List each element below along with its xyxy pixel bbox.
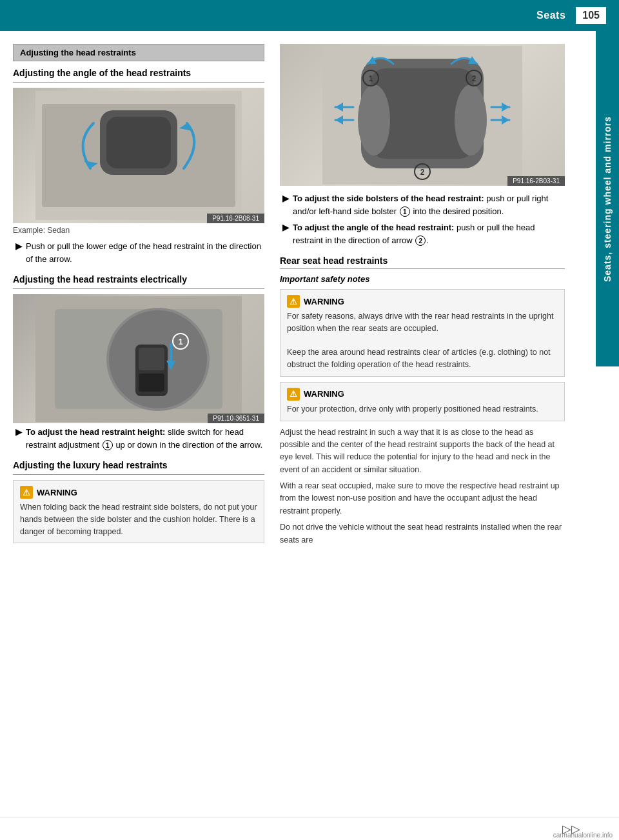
right-bullet2: ▶ To adjust the angle of the head restra… xyxy=(282,221,565,246)
svg-text:2: 2 xyxy=(472,74,477,83)
rear-seat-rule xyxy=(280,268,565,269)
right-warning2-box: ⚠ WARNING For your protection, drive onl… xyxy=(280,382,565,421)
right-bullet2-bold: To adjust the angle of the head restrain… xyxy=(293,223,454,232)
right-bullet2-text: To adjust the angle of the head restrain… xyxy=(293,221,565,246)
subsection1-rule xyxy=(13,82,264,83)
headrest-electric-image: 1 P91.10-3651-31 xyxy=(13,294,264,423)
headrest-angle-image: P91.16-2B08-31 xyxy=(13,88,264,223)
safety-notes-title: Important safety notes xyxy=(280,274,565,284)
svg-text:1: 1 xyxy=(369,74,373,83)
subsection2-bullet1: ▶ To adjust the head restraint height: s… xyxy=(15,426,264,451)
right-column: 1 2 2 P91.16-2B03- xyxy=(280,44,565,550)
left-warning-header: ⚠ WARNING xyxy=(20,486,257,499)
subsection2-title: Adjusting the head restraints electrical… xyxy=(13,274,264,285)
right-warning1-icon: ⚠ xyxy=(287,295,300,308)
svg-point-20 xyxy=(455,85,487,155)
right-bullet1-arrow-icon: ▶ xyxy=(282,192,289,217)
footer-bar: ▷▷ xyxy=(0,817,619,840)
left-warning-label: WARNING xyxy=(37,488,77,497)
bullet-arrow2-icon: ▶ xyxy=(15,426,22,451)
main-content: Adjusting the head restraints Adjusting … xyxy=(0,31,596,563)
image1-caption: Example: Sedan xyxy=(13,226,264,235)
svg-rect-11 xyxy=(139,348,164,370)
sidebar-tab: Seats, steering wheel and mirrors xyxy=(596,31,619,366)
subsection2-bullet1-text: To adjust the head restraint height: sli… xyxy=(26,426,264,451)
right-warning1-header: ⚠ WARNING xyxy=(287,295,558,308)
body-text1: Adjust the head restraint in such a way … xyxy=(280,426,565,477)
subsection1-bullet1: ▶ Push or pull the lower edge of the hea… xyxy=(15,240,264,265)
image1-ref: P91.16-2B08-31 xyxy=(207,214,264,223)
right-warning1-box: ⚠ WARNING For safety reasons, always dri… xyxy=(280,289,565,377)
image2-ref: P91.10-3651-31 xyxy=(208,414,264,423)
right-bullet1-bold: To adjust the side bolsters of the head … xyxy=(293,194,484,203)
circle-1: 1 xyxy=(103,440,113,450)
sidebar-tab-label: Seats, steering wheel and mirrors xyxy=(602,115,613,281)
circle-2-right: 2 xyxy=(415,235,426,246)
svg-point-19 xyxy=(358,85,390,155)
left-column: Adjusting the head restraints Adjusting … xyxy=(13,44,264,550)
right-warning1-text: For safety reasons, always drive with th… xyxy=(287,310,558,371)
header-page-number: 105 xyxy=(576,7,606,24)
watermark: carmanualonline.info xyxy=(553,832,613,839)
subsection1-title: Adjusting the angle of the head restrain… xyxy=(13,68,264,78)
right-warning2-label: WARNING xyxy=(304,389,344,399)
svg-rect-12 xyxy=(139,374,164,392)
main-section-header: Adjusting the head restraints xyxy=(13,44,264,61)
body-text2: With a rear seat occupied, make sure to … xyxy=(280,480,565,517)
right-bullet2-arrow-icon: ▶ xyxy=(282,221,289,246)
luxury-headrest-image: 1 2 2 P91.16-2B03- xyxy=(280,44,565,186)
subsection2-bullet1-bold: To adjust the head restraint height: xyxy=(26,427,165,437)
right-warning2-icon: ⚠ xyxy=(287,388,300,401)
right-bullet1-text: To adjust the side bolsters of the head … xyxy=(293,192,565,217)
left-warning-text: When folding back the head restraint sid… xyxy=(20,501,257,537)
rear-seat-title: Rear seat head restraints xyxy=(280,255,565,266)
header-section-label: Seats xyxy=(536,10,565,21)
right-warning2-header: ⚠ WARNING xyxy=(287,388,558,401)
header-right: Seats 105 xyxy=(536,7,606,24)
right-bullet1: ▶ To adjust the side bolsters of the hea… xyxy=(282,192,565,217)
subsection1-bullet1-text: Push or pull the lower edge of the head … xyxy=(26,240,264,265)
warning-icon: ⚠ xyxy=(20,486,33,499)
svg-text:2: 2 xyxy=(420,168,425,177)
left-warning-box: ⚠ WARNING When folding back the head res… xyxy=(13,480,264,543)
svg-text:1: 1 xyxy=(178,337,182,346)
right-image-ref: P91.16-2B03-31 xyxy=(507,176,565,186)
right-warning2-text: For your protection, drive only with pro… xyxy=(287,403,558,415)
subsection3-title: Adjusting the luxury head restraints xyxy=(13,460,264,470)
body-text3: Do not drive the vehicle without the sea… xyxy=(280,521,565,546)
bullet-arrow-icon: ▶ xyxy=(15,240,22,265)
subsection3-rule xyxy=(13,474,264,475)
right-warning1-label: WARNING xyxy=(304,297,344,306)
header-bar: Seats 105 xyxy=(0,0,619,31)
subsection2-rule xyxy=(13,288,264,289)
circle-1-right: 1 xyxy=(400,206,410,217)
svg-rect-3 xyxy=(106,117,171,168)
